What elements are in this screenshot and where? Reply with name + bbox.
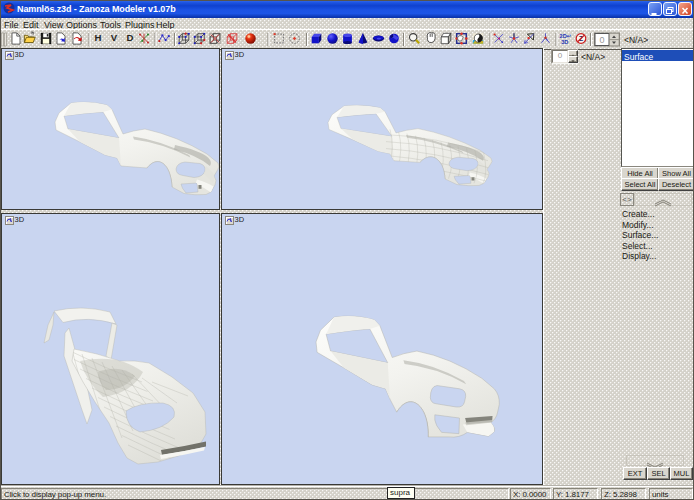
svg-text:3D: 3D (561, 39, 568, 45)
svg-text:D: D (127, 32, 134, 43)
svg-text:H: H (95, 32, 102, 43)
svg-text:2D↵: 2D↵ (560, 33, 572, 39)
svg-text:V: V (111, 32, 118, 43)
svg-text:0: 0 (599, 35, 604, 45)
svg-text:<N/A>: <N/A> (624, 35, 648, 45)
